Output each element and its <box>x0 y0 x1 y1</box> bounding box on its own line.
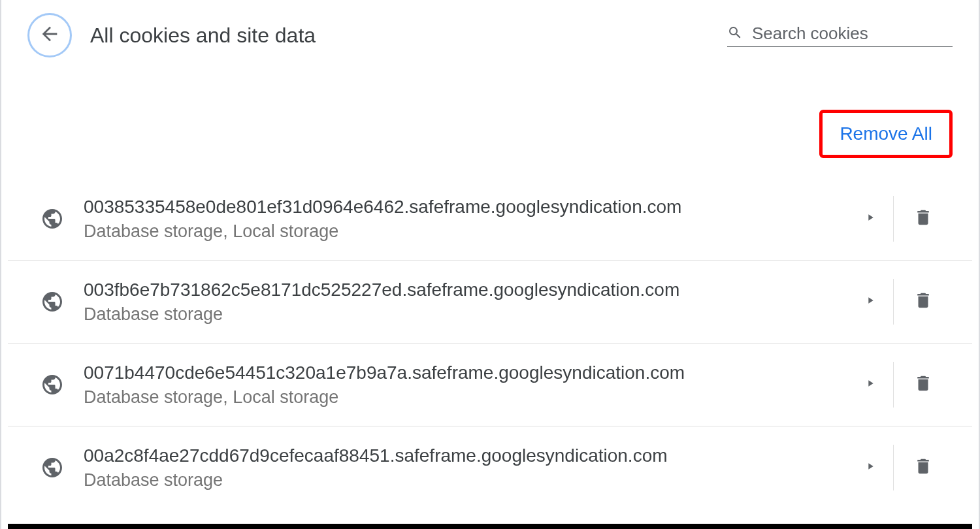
expand-button[interactable] <box>847 279 893 325</box>
trash-icon <box>913 372 933 397</box>
expand-button[interactable] <box>847 196 893 242</box>
row-controls <box>847 362 953 408</box>
chevron-right-icon <box>865 461 875 474</box>
site-storage: Database storage <box>84 304 828 325</box>
site-storage: Database storage, Local storage <box>84 387 828 408</box>
trash-icon <box>913 289 933 314</box>
trash-icon <box>913 455 933 480</box>
globe-icon <box>41 290 64 313</box>
remove-all-button[interactable]: Remove All <box>819 110 953 158</box>
search-input[interactable] <box>752 24 953 44</box>
search-field[interactable] <box>727 24 953 47</box>
bottom-bar <box>8 524 972 529</box>
expand-button[interactable] <box>847 445 893 490</box>
site-domain: 003fb6e7b731862c5e8171dc525227ed.safefra… <box>84 280 828 300</box>
row-controls <box>847 445 953 490</box>
site-domain: 00a2c8f4ae27cdd67d9cefecaaf88451.safefra… <box>84 445 828 466</box>
header: All cookies and site data <box>8 0 972 57</box>
arrow-left-icon <box>39 23 61 48</box>
chevron-right-icon <box>865 295 875 308</box>
site-info: 0071b4470cde6e54451c320a1e7b9a7a.safefra… <box>84 362 828 408</box>
delete-button[interactable] <box>894 279 953 325</box>
site-row[interactable]: 00a2c8f4ae27cdd67d9cefecaaf88451.safefra… <box>8 426 972 509</box>
globe-icon <box>41 207 64 231</box>
trash-icon <box>913 206 933 231</box>
site-info: 003fb6e7b731862c5e8171dc525227ed.safefra… <box>84 280 828 325</box>
back-button[interactable] <box>27 13 72 57</box>
chevron-right-icon <box>865 212 875 225</box>
row-controls <box>847 196 953 242</box>
chevron-right-icon <box>865 378 875 391</box>
site-info: 00a2c8f4ae27cdd67d9cefecaaf88451.safefra… <box>84 445 828 490</box>
globe-icon <box>41 456 64 479</box>
site-domain: 0071b4470cde6e54451c320a1e7b9a7a.safefra… <box>84 362 828 383</box>
site-row[interactable]: 00385335458e0de801ef31d0964e6462.safefra… <box>8 178 972 261</box>
row-controls <box>847 279 953 325</box>
globe-icon <box>41 373 64 396</box>
site-list: 00385335458e0de801ef31d0964e6462.safefra… <box>8 178 972 509</box>
actions-row: Remove All <box>8 57 972 178</box>
delete-button[interactable] <box>894 196 953 242</box>
delete-button[interactable] <box>894 362 953 408</box>
delete-button[interactable] <box>894 445 953 490</box>
site-row[interactable]: 0071b4470cde6e54451c320a1e7b9a7a.safefra… <box>8 344 972 426</box>
site-storage: Database storage <box>84 470 828 490</box>
page-title: All cookies and site data <box>90 24 709 48</box>
site-info: 00385335458e0de801ef31d0964e6462.safefra… <box>84 197 828 242</box>
search-icon <box>727 25 743 43</box>
site-row[interactable]: 003fb6e7b731862c5e8171dc525227ed.safefra… <box>8 261 972 344</box>
expand-button[interactable] <box>847 362 893 408</box>
site-storage: Database storage, Local storage <box>84 221 828 242</box>
site-domain: 00385335458e0de801ef31d0964e6462.safefra… <box>84 197 828 217</box>
